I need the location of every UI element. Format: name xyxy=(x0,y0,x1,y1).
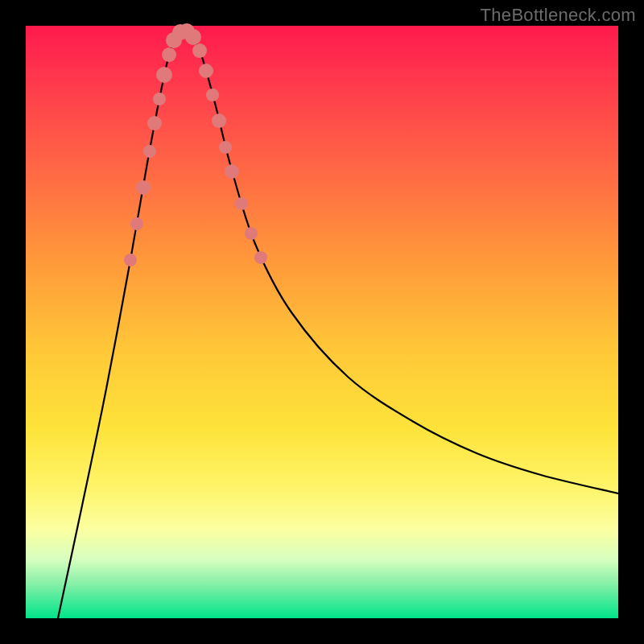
data-marker xyxy=(199,64,213,78)
plot-area xyxy=(26,26,618,618)
data-marker xyxy=(143,145,156,158)
chart-frame: TheBottleneck.com xyxy=(0,0,644,644)
data-marker xyxy=(235,197,248,210)
data-marker xyxy=(162,47,176,62)
data-marker xyxy=(245,227,258,240)
data-marker xyxy=(206,89,219,101)
data-marker xyxy=(185,29,201,45)
data-markers xyxy=(124,23,267,266)
data-marker xyxy=(130,217,143,230)
data-marker xyxy=(147,116,162,130)
data-marker xyxy=(212,114,226,128)
data-marker xyxy=(219,141,232,154)
watermark-text: TheBottleneck.com xyxy=(481,5,636,26)
data-marker xyxy=(156,67,172,83)
data-marker xyxy=(124,254,137,266)
data-marker xyxy=(254,251,267,264)
data-marker xyxy=(153,93,166,105)
data-marker xyxy=(192,43,207,58)
data-marker xyxy=(136,180,151,195)
chart-svg xyxy=(26,26,618,618)
data-marker xyxy=(225,164,239,179)
bottleneck-curve xyxy=(58,31,618,618)
